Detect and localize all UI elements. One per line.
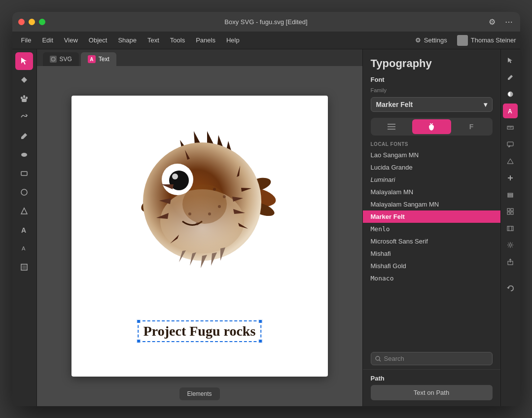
avatar [457,35,468,46]
selection-handle-tl[interactable] [137,319,141,323]
font-family-dropdown[interactable]: Marker Felt ▾ [371,97,493,112]
grid-tool-btn[interactable] [503,204,518,219]
menu-file[interactable]: File [16,35,36,46]
font-section-label: Font [363,74,500,86]
canvas-viewport[interactable]: Project Fugu rocks Elements [37,66,362,406]
tool-pen[interactable] [15,127,33,145]
tool-text-large[interactable]: A [15,221,33,239]
svg-rect-2 [23,95,25,98]
svg-rect-68 [508,177,513,178]
titlebar: Boxy SVG - fugu.svg [Edited] ⚙ ⋯ [12,12,520,32]
menu-shape[interactable]: Shape [113,35,142,46]
selection-handle-tr[interactable] [258,319,262,323]
svg-point-55 [376,356,380,360]
font-tab-google[interactable]: F [452,119,491,134]
close-button[interactable] [18,19,25,25]
svg-line-56 [379,360,381,361]
typography-panel: Typography Font Family Marker Felt ▾ [362,49,500,406]
selection-handle-bl[interactable] [137,339,141,343]
tool-frame[interactable] [15,258,33,276]
font-item-malayalam-mn[interactable]: Malayalam MN [363,186,500,198]
panel-title: Typography [363,49,500,74]
svg-rect-8 [21,172,27,175]
tool-rect[interactable] [15,165,33,182]
font-item-marker-felt[interactable]: Marker Felt [363,210,500,223]
library-tool-btn[interactable] [503,221,518,236]
font-tab-apple[interactable] [412,119,451,134]
main-content: A A SVG [12,49,520,406]
menu-object[interactable]: Object [84,35,112,46]
font-item-lucida-grande[interactable]: Lucida Grande [363,161,500,174]
menu-edit[interactable]: Edit [37,35,58,46]
menu-help[interactable]: Help [221,35,245,46]
pencil-tool-btn[interactable] [503,70,518,85]
svg-point-30 [182,184,227,224]
svg-point-46 [196,222,199,225]
font-item-luminari[interactable]: Luminari [363,174,500,186]
tab-svg[interactable]: SVG [43,52,79,66]
minimize-button[interactable] [29,19,35,25]
font-item-microsoft-sans[interactable]: Microsoft Sans Serif [363,235,500,247]
tool-text-small[interactable]: A [15,240,33,257]
menu-text[interactable]: Text [142,35,164,46]
menu-tools[interactable]: Tools [165,35,190,46]
settings-button[interactable]: ⚙ Settings [411,35,451,46]
svg-icon [50,56,57,63]
svg-point-6 [22,137,24,139]
menu-view[interactable]: View [59,35,83,46]
export-tool-btn[interactable] [503,254,518,269]
font-search-box [371,352,493,365]
canvas-text[interactable]: Project Fugu rocks [138,320,262,342]
maximize-button[interactable] [39,19,45,25]
tool-triangle[interactable] [15,202,33,220]
menu-panels[interactable]: Panels [191,35,220,46]
font-item-lao-sangam[interactable]: Lao Sangam MN [363,149,500,161]
svg-point-15 [51,57,55,61]
font-item-mishafi[interactable]: Mishafi [363,247,500,260]
tool-node[interactable] [15,71,33,89]
svg-marker-1 [21,77,27,83]
typography-tool-btn[interactable]: A [503,104,518,118]
selection-handle-br[interactable] [258,339,262,343]
font-tab-list[interactable] [372,119,411,134]
window-title: Boxy SVG - fugu.svg [Edited] [224,18,307,26]
font-list: LOCAL FONTS Lao Sangam MN Lucida Grande … [363,139,500,349]
font-item-monaco[interactable]: Monaco [363,272,500,284]
canvas-text-content: Project Fugu rocks [143,323,256,339]
elements-button[interactable]: Elements [179,387,219,400]
svg-marker-57 [508,58,512,63]
tool-transform[interactable] [15,108,33,126]
more-icon[interactable]: ⋯ [503,16,514,27]
tool-pan[interactable] [15,90,33,107]
ruler-tool-btn[interactable] [503,120,518,135]
contrast-tool-btn[interactable] [503,87,518,102]
puzzle-icon[interactable]: ⚙ [487,16,497,27]
svg-rect-14 [23,266,26,269]
triangle-tool-btn[interactable] [503,154,518,169]
font-item-mishafi-gold[interactable]: Mishafi Gold [363,260,500,272]
fish-illustration [106,105,293,293]
undo-tool-btn[interactable] [503,281,518,296]
svg-point-43 [218,205,221,208]
tool-circle[interactable] [15,183,33,201]
family-label: Family [363,86,500,95]
svg-point-7 [21,153,27,157]
cursor-tool-btn[interactable] [503,53,518,68]
text-on-path-button[interactable]: Text on Path [371,385,493,400]
search-input[interactable] [384,355,488,362]
svg-point-29 [172,174,178,179]
layers-tool-btn[interactable] [503,187,518,202]
plus-tool-btn[interactable] [503,171,518,185]
svg-text:A: A [22,245,26,251]
font-source-tabs: F [371,118,493,136]
font-item-menlo[interactable]: Menlo [363,223,500,235]
font-item-malayalam-sangam[interactable]: Malayalam Sangam MN [363,198,500,210]
tool-ellipse[interactable] [15,146,33,164]
tool-select[interactable] [15,52,33,70]
comment-tool-btn[interactable] [503,137,518,152]
svg-marker-0 [21,58,27,65]
gear-tool-btn[interactable] [503,238,518,252]
tab-text[interactable]: A Text [81,52,116,66]
user-profile[interactable]: Thomas Steiner [457,35,516,46]
svg-rect-69 [508,193,513,194]
